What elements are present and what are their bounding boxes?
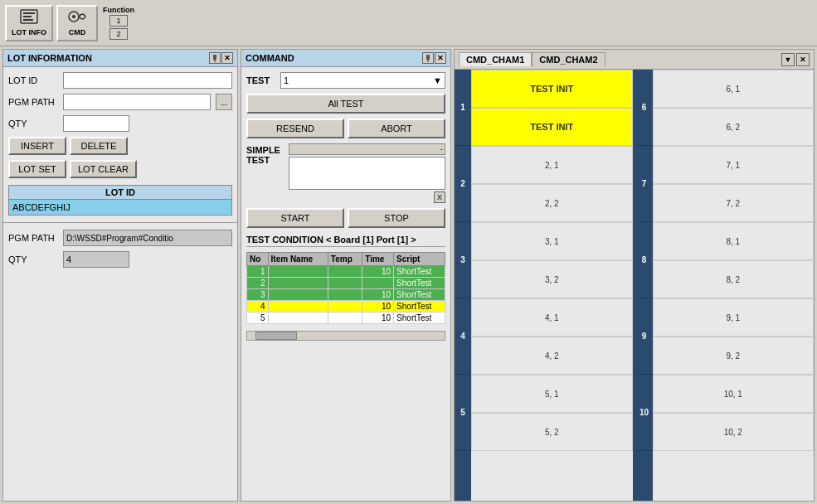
cham-cell[interactable]: 10, 1: [653, 375, 815, 413]
cham-cell[interactable]: 7, 1: [653, 146, 815, 184]
qty-row: QTY: [8, 115, 232, 132]
list-item: 7, 17, 2: [653, 146, 815, 222]
bottom-pgm-path-row: PGM PATH: [8, 230, 232, 246]
row-number: 4: [455, 298, 471, 375]
right-row-number: 6: [636, 70, 653, 146]
right-row-number: 9: [636, 298, 653, 375]
cham-filter-icon[interactable]: ▼: [781, 53, 795, 66]
cmd-icon: [67, 9, 87, 27]
insert-button[interactable]: INSERT: [8, 137, 66, 155]
svg-rect-1: [23, 12, 35, 14]
simple-test-minus-button[interactable]: -: [289, 143, 445, 155]
insert-delete-group: INSERT DELETE: [8, 137, 232, 155]
close-icon[interactable]: ✕: [221, 52, 233, 64]
bottom-pgm-path-label: PGM PATH: [8, 233, 58, 243]
toolbar: LOT INFO CMD Function 1 2: [0, 0, 817, 46]
left-row-numbers: 1 2 3 4 5: [455, 70, 471, 501]
cham-cell[interactable]: 7, 2: [653, 184, 815, 222]
cham-cell[interactable]: 4, 1: [471, 298, 633, 337]
list-item: 2, 12, 2: [471, 146, 633, 222]
list-item: 5, 15, 2: [471, 375, 633, 451]
cham-cell[interactable]: 6, 2: [653, 108, 815, 146]
qty-input[interactable]: [63, 115, 129, 132]
pgm-path-row: PGM PATH ...: [8, 94, 232, 110]
cham-cell[interactable]: TEST INIT: [471, 108, 633, 146]
delete-button[interactable]: DELETE: [70, 137, 128, 155]
condition-table-scroll[interactable]: No Item Name Temp Time Script 110ShortTe…: [246, 252, 445, 324]
cham-cell[interactable]: 2, 2: [471, 184, 633, 222]
list-item: 8, 18, 2: [653, 222, 815, 298]
cham-grid: 1 2 3 4 5 TEST INITTEST INIT: [455, 70, 814, 501]
all-test-button[interactable]: All TEST: [246, 94, 445, 114]
resend-button[interactable]: RESEND: [246, 119, 344, 138]
function-2-button[interactable]: 2: [109, 28, 128, 40]
test-value: 1: [284, 75, 289, 85]
cham-cell[interactable]: TEST INIT: [471, 70, 633, 108]
table-row[interactable]: 310ShortTest: [247, 289, 445, 301]
abort-button[interactable]: ABORT: [348, 119, 445, 138]
cham-cell[interactable]: 2, 1: [471, 146, 633, 184]
cham-tab-2[interactable]: CMD_CHAM2: [532, 52, 605, 66]
horizontal-scrollbar[interactable]: [246, 331, 445, 341]
cham-cell[interactable]: 5, 2: [471, 413, 633, 451]
bottom-pgm-path-input[interactable]: [63, 230, 232, 246]
lot-set-clear-group: LOT SET LOT CLEAR: [8, 160, 232, 178]
lot-id-label: LOT ID: [8, 75, 58, 85]
lot-id-input[interactable]: [63, 72, 232, 89]
sub-col-2a: 8, 18, 2: [653, 222, 815, 298]
pgm-path-input[interactable]: [63, 94, 211, 110]
row-number: 2: [455, 146, 471, 222]
cham-cell[interactable]: 6, 1: [653, 70, 815, 108]
cham-close-icon[interactable]: ✕: [796, 53, 810, 66]
command-pin-button[interactable]: [422, 52, 434, 64]
table-row[interactable]: 410ShortTest: [247, 301, 445, 313]
bottom-fields: PGM PATH QTY: [3, 225, 237, 273]
pgm-path-browse-button[interactable]: ...: [216, 94, 232, 110]
command-close-icon[interactable]: ✕: [435, 52, 446, 64]
cham-grid-container: 1 2 3 4 5 TEST INITTEST INIT: [455, 70, 814, 501]
cham-cell[interactable]: 3, 1: [471, 222, 633, 260]
bottom-qty-label: QTY: [8, 254, 58, 264]
test-select[interactable]: 1 ▼: [280, 72, 445, 89]
scrollbar-thumb[interactable]: [255, 332, 297, 340]
cham-cell[interactable]: 9, 2: [653, 337, 815, 375]
svg-rect-8: [426, 55, 430, 60]
cham-cell[interactable]: 8, 1: [653, 222, 815, 260]
lot-info-icon: [19, 9, 39, 27]
lot-id-section-title: LOT ID: [9, 186, 231, 200]
lot-id-row: LOT ID: [8, 72, 232, 89]
table-row[interactable]: 2ShortTest: [247, 278, 445, 289]
cmd-button[interactable]: CMD: [56, 5, 98, 41]
table-row[interactable]: 510ShortTest: [247, 313, 445, 324]
simple-test-area: SIMPLETEST - X: [246, 143, 445, 203]
cham-cell[interactable]: 9, 1: [653, 298, 815, 337]
lot-clear-button[interactable]: LOT CLEAR: [70, 160, 137, 178]
cham-tab-1[interactable]: CMD_CHAM1: [459, 52, 532, 66]
col-item-name: Item Name: [268, 253, 328, 266]
lot-set-button[interactable]: LOT SET: [8, 160, 66, 178]
function-1-button[interactable]: 1: [109, 15, 128, 27]
cham-cell[interactable]: 10, 2: [653, 413, 815, 451]
sub-col-1a: TEST INITTEST INIT: [471, 70, 633, 146]
cham-cell[interactable]: 4, 2: [471, 337, 633, 375]
cham-tabs: CMD_CHAM1 CMD_CHAM2: [459, 52, 605, 66]
list-item: 10, 110, 2: [653, 375, 815, 451]
col-time: Time: [362, 253, 394, 266]
simple-test-box[interactable]: [289, 157, 445, 190]
pin-button[interactable]: [209, 52, 221, 64]
panel-header-controls: ✕: [209, 52, 233, 64]
cham-cell[interactable]: 5, 1: [471, 375, 633, 413]
simple-test-x-button[interactable]: X: [434, 191, 445, 203]
cham-cell[interactable]: 8, 2: [653, 260, 815, 298]
stop-button[interactable]: STOP: [348, 208, 445, 228]
lot-info-button[interactable]: LOT INFO: [5, 5, 53, 41]
bottom-qty-input[interactable]: [63, 251, 129, 268]
qty-label: QTY: [8, 119, 58, 128]
right-row-numbers: 6 7 8 9 10: [636, 70, 653, 501]
start-button[interactable]: START: [246, 208, 344, 228]
cham-cell[interactable]: 3, 2: [471, 260, 633, 298]
col-script: Script: [394, 253, 445, 266]
lot-info-panel: LOT INFORMATION ✕ LOT ID PGM PATH: [2, 49, 238, 502]
table-row[interactable]: 110ShortTest: [247, 266, 445, 278]
svg-point-5: [72, 15, 75, 18]
